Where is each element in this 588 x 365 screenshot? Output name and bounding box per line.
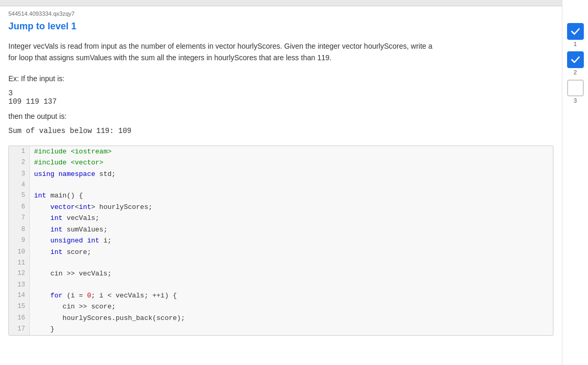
line-num-16: 16 xyxy=(9,313,30,324)
line-content-7: int vecVals; xyxy=(30,213,104,224)
example-input-line2: 109 119 137 xyxy=(8,97,56,106)
check-icon-1 xyxy=(570,26,581,37)
line-num-3: 3 xyxy=(9,169,30,180)
code-line-12: 12 cin >> vecVals; xyxy=(9,268,553,280)
code-editor[interactable]: 1 #include <iostream> 2 #include <vector… xyxy=(8,146,553,336)
example-label: Ex: If the input is: xyxy=(0,70,562,87)
line-num-13: 13 xyxy=(9,280,30,290)
code-line-16: 16 hourlyScores.push_back(score); xyxy=(9,313,553,324)
code-line-9: 9 unsigned int i; xyxy=(9,235,553,247)
line-content-16: hourlyScores.push_back(score); xyxy=(30,313,189,324)
code-line-3: 3 using namespace std; xyxy=(9,169,553,180)
line-content-5: int main() { xyxy=(30,190,87,202)
line-content-14: for (i = 0; i < vecVals; ++i) { xyxy=(30,290,181,302)
line-content-9: unsigned int i; xyxy=(30,235,116,247)
line-content-12: cin >> vecVals; xyxy=(30,268,116,280)
line-num-12: 12 xyxy=(9,268,30,280)
code-line-14: 14 for (i = 0; i < vecVals; ++i) { xyxy=(9,290,553,302)
line-content-17: } xyxy=(30,324,59,335)
code-line-8: 8 int sumValues; xyxy=(9,224,553,236)
sidebar: 1 2 3 xyxy=(562,0,588,365)
line-num-10: 10 xyxy=(9,247,30,258)
line-content-8: int sumValues; xyxy=(30,224,111,236)
content-area: 544514.4093334.qx3zqy7 Jump to level 1 I… xyxy=(0,0,562,365)
line-content-6: vector<int> hourlyScores; xyxy=(30,202,156,213)
code-lines: 1 #include <iostream> 2 #include <vector… xyxy=(9,146,553,335)
example-input-line1: 3 xyxy=(8,89,13,97)
example-input: 3 109 119 137 xyxy=(0,87,562,110)
level-badge-2[interactable] xyxy=(567,51,584,68)
line-num-2: 2 xyxy=(9,157,30,169)
code-line-4: 4 xyxy=(9,180,553,190)
top-bar xyxy=(0,0,562,6)
then-label: then the output is: xyxy=(0,110,562,125)
line-num-14: 14 xyxy=(9,290,30,302)
line-content-2: #include <vector> xyxy=(30,157,108,169)
line-num-15: 15 xyxy=(9,301,30,313)
code-line-10: 10 int score; xyxy=(9,247,553,258)
code-line-1: 1 #include <iostream> xyxy=(9,146,553,158)
jump-to-level-heading: Jump to level 1 xyxy=(0,19,562,40)
line-num-17: 17 xyxy=(9,324,30,335)
line-content-15: cin >> score; xyxy=(30,301,120,313)
level-item-3[interactable]: 3 xyxy=(567,80,584,104)
code-line-5: 5 int main() { xyxy=(9,190,553,202)
code-line-13: 13 xyxy=(9,280,553,290)
main-container: 544514.4093334.qx3zqy7 Jump to level 1 I… xyxy=(0,0,588,365)
level-item-2[interactable]: 2 xyxy=(567,51,584,75)
description-text: Integer vecVals is read from input as th… xyxy=(0,40,562,70)
description-line2: for loop that assigns sumValues with the… xyxy=(8,53,332,62)
line-content-11 xyxy=(30,258,38,268)
code-line-2: 2 #include <vector> xyxy=(9,157,553,169)
code-line-11: 11 xyxy=(9,258,553,268)
line-content-13 xyxy=(30,280,38,290)
level-item-1[interactable]: 1 xyxy=(567,23,584,47)
check-icon-2 xyxy=(570,54,581,65)
problem-id: 544514.4093334.qx3zqy7 xyxy=(0,6,562,19)
line-num-9: 9 xyxy=(9,235,30,247)
level-number-2: 2 xyxy=(573,69,576,75)
level-number-1: 1 xyxy=(573,41,576,47)
line-content-3: using namespace std; xyxy=(30,169,120,180)
code-line-7: 7 int vecVals; xyxy=(9,213,553,224)
level-badge-3[interactable] xyxy=(567,80,584,96)
line-content-1: #include <iostream> xyxy=(30,146,116,158)
line-num-1: 1 xyxy=(9,146,30,158)
line-num-8: 8 xyxy=(9,224,30,236)
line-num-6: 6 xyxy=(9,202,30,213)
line-content-4 xyxy=(30,180,38,190)
line-num-5: 5 xyxy=(9,190,30,202)
example-output: Sum of values below 119: 109 xyxy=(0,125,562,143)
description-line1: Integer vecVals is read from input as th… xyxy=(8,42,433,50)
line-num-4: 4 xyxy=(9,180,30,190)
code-line-15: 15 cin >> score; xyxy=(9,301,553,313)
level-badge-1[interactable] xyxy=(567,23,584,40)
code-line-17: 17 } xyxy=(9,324,553,335)
line-content-10: int score; xyxy=(30,247,95,258)
line-num-7: 7 xyxy=(9,213,30,224)
level-number-3: 3 xyxy=(573,97,576,104)
code-line-6: 6 vector<int> hourlyScores; xyxy=(9,202,553,213)
line-num-11: 11 xyxy=(9,258,30,268)
